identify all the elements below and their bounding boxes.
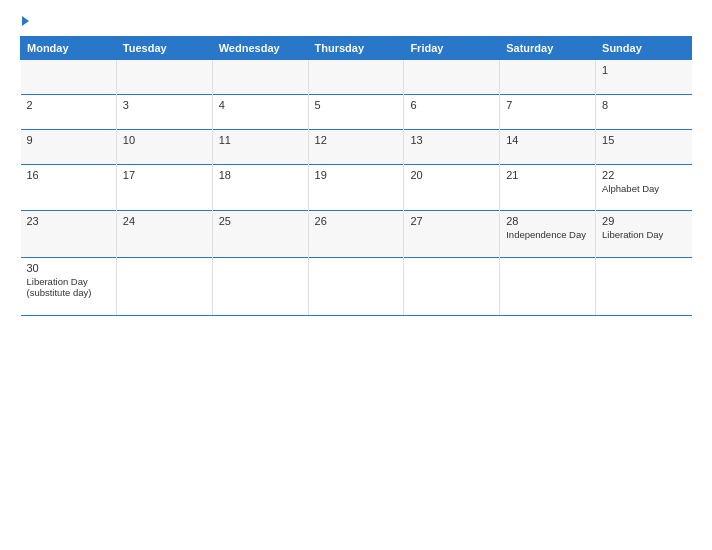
calendar-cell: 5 [308, 95, 404, 130]
day-number: 28 [506, 215, 589, 227]
calendar-cell: 16 [21, 165, 117, 211]
calendar-cell: 15 [596, 130, 692, 165]
calendar-cell: 17 [116, 165, 212, 211]
calendar-table: MondayTuesdayWednesdayThursdayFridaySatu… [20, 36, 692, 316]
calendar-cell: 22Alphabet Day [596, 165, 692, 211]
logo [20, 16, 29, 26]
calendar-cell: 7 [500, 95, 596, 130]
weekday-header-monday: Monday [21, 37, 117, 60]
day-number: 13 [410, 134, 493, 146]
day-number: 10 [123, 134, 206, 146]
calendar-cell: 24 [116, 211, 212, 257]
calendar-week-row: 2345678 [21, 95, 692, 130]
calendar-cell [116, 257, 212, 315]
calendar-cell: 14 [500, 130, 596, 165]
calendar-event: Independence Day [506, 229, 589, 240]
calendar-cell: 10 [116, 130, 212, 165]
day-number: 30 [27, 262, 110, 274]
day-number: 29 [602, 215, 685, 227]
header [20, 16, 692, 26]
calendar-cell: 1 [596, 60, 692, 95]
day-number: 15 [602, 134, 685, 146]
day-number: 1 [602, 64, 685, 76]
day-number: 4 [219, 99, 302, 111]
calendar-cell [500, 60, 596, 95]
day-number: 8 [602, 99, 685, 111]
calendar-event: Alphabet Day [602, 183, 685, 194]
calendar-week-row: 16171819202122Alphabet Day [21, 165, 692, 211]
calendar-cell [404, 257, 500, 315]
day-number: 12 [315, 134, 398, 146]
day-number: 27 [410, 215, 493, 227]
calendar-cell: 2 [21, 95, 117, 130]
calendar-event: (substitute day) [27, 287, 110, 298]
calendar-cell: 11 [212, 130, 308, 165]
day-number: 18 [219, 169, 302, 181]
day-number: 19 [315, 169, 398, 181]
day-number: 21 [506, 169, 589, 181]
day-number: 3 [123, 99, 206, 111]
day-number: 9 [27, 134, 110, 146]
calendar-cell [308, 60, 404, 95]
weekday-header-sunday: Sunday [596, 37, 692, 60]
day-number: 5 [315, 99, 398, 111]
calendar-cell: 27 [404, 211, 500, 257]
day-number: 20 [410, 169, 493, 181]
calendar-cell [404, 60, 500, 95]
day-number: 17 [123, 169, 206, 181]
day-number: 7 [506, 99, 589, 111]
day-number: 16 [27, 169, 110, 181]
calendar-cell: 26 [308, 211, 404, 257]
day-number: 14 [506, 134, 589, 146]
calendar-cell: 19 [308, 165, 404, 211]
calendar-cell: 6 [404, 95, 500, 130]
calendar-week-row: 232425262728Independence Day29Liberation… [21, 211, 692, 257]
day-number: 23 [27, 215, 110, 227]
calendar-cell [21, 60, 117, 95]
day-number: 6 [410, 99, 493, 111]
calendar-cell: 18 [212, 165, 308, 211]
calendar-week-row: 30Liberation Day(substitute day) [21, 257, 692, 315]
weekday-header-thursday: Thursday [308, 37, 404, 60]
day-number: 25 [219, 215, 302, 227]
calendar-cell: 8 [596, 95, 692, 130]
calendar-cell: 9 [21, 130, 117, 165]
calendar-cell: 30Liberation Day(substitute day) [21, 257, 117, 315]
calendar-cell: 20 [404, 165, 500, 211]
calendar-cell: 21 [500, 165, 596, 211]
calendar-cell: 25 [212, 211, 308, 257]
calendar-cell [116, 60, 212, 95]
calendar-week-row: 9101112131415 [21, 130, 692, 165]
weekday-header-row: MondayTuesdayWednesdayThursdayFridaySatu… [21, 37, 692, 60]
calendar-cell: 3 [116, 95, 212, 130]
calendar-event: Liberation Day [602, 229, 685, 240]
calendar-cell [308, 257, 404, 315]
day-number: 11 [219, 134, 302, 146]
logo-blue-text [20, 16, 29, 26]
weekday-header-saturday: Saturday [500, 37, 596, 60]
weekday-header-tuesday: Tuesday [116, 37, 212, 60]
calendar-cell [596, 257, 692, 315]
calendar-cell [212, 60, 308, 95]
calendar-cell: 12 [308, 130, 404, 165]
day-number: 24 [123, 215, 206, 227]
calendar-cell: 28Independence Day [500, 211, 596, 257]
calendar-cell: 23 [21, 211, 117, 257]
weekday-header-friday: Friday [404, 37, 500, 60]
day-number: 2 [27, 99, 110, 111]
weekday-header-wednesday: Wednesday [212, 37, 308, 60]
logo-triangle-icon [22, 16, 29, 26]
calendar-cell [500, 257, 596, 315]
calendar-cell: 4 [212, 95, 308, 130]
calendar-cell: 13 [404, 130, 500, 165]
calendar-page: MondayTuesdayWednesdayThursdayFridaySatu… [0, 0, 712, 550]
calendar-week-row: 1 [21, 60, 692, 95]
day-number: 22 [602, 169, 685, 181]
calendar-cell: 29Liberation Day [596, 211, 692, 257]
calendar-event: Liberation Day [27, 276, 110, 287]
calendar-cell [212, 257, 308, 315]
day-number: 26 [315, 215, 398, 227]
